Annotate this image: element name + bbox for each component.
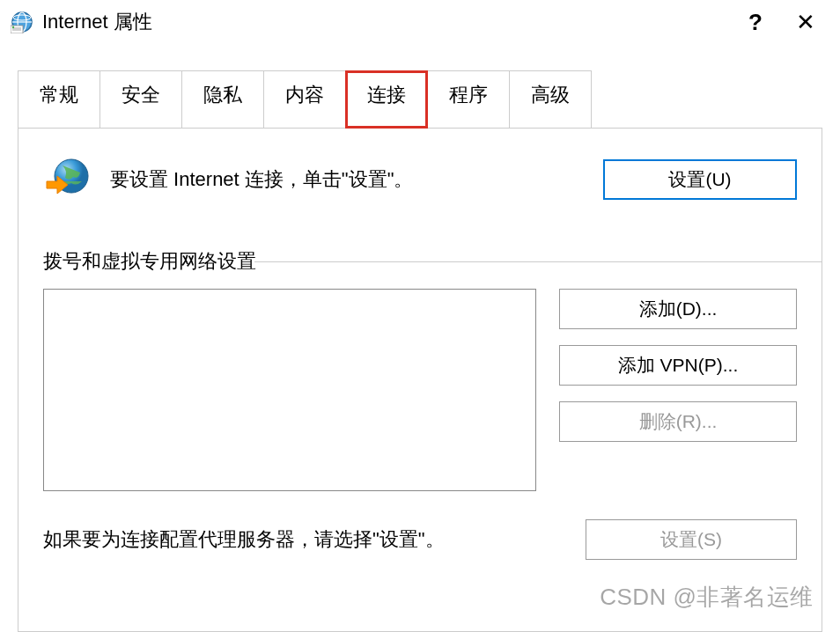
- remove-button: 删除(R)...: [559, 401, 797, 442]
- dialup-section-label: 拨号和虚拟专用网络设置: [43, 248, 797, 275]
- tab-panel-connections: 要设置 Internet 连接，单击"设置"。 设置(U) 拨号和虚拟专用网络设…: [18, 128, 822, 632]
- tabs: 常规 安全 隐私 内容 连接 程序 高级: [18, 70, 822, 129]
- globe-arrow-icon: [43, 155, 92, 204]
- tab-security[interactable]: 安全: [99, 70, 182, 129]
- tab-programs[interactable]: 程序: [427, 70, 510, 129]
- tab-advanced[interactable]: 高级: [509, 70, 592, 129]
- setup-button[interactable]: 设置(U): [603, 159, 797, 200]
- dialup-listbox[interactable]: [43, 289, 536, 491]
- add-vpn-button[interactable]: 添加 VPN(P)...: [559, 345, 797, 386]
- tab-general[interactable]: 常规: [18, 70, 100, 129]
- internet-options-icon: [11, 11, 33, 33]
- proxy-text: 如果要为连接配置代理服务器，请选择"设置"。: [43, 526, 445, 553]
- dialup-row: 添加(D)... 添加 VPN(P)... 删除(R)...: [43, 289, 797, 491]
- setup-left: 要设置 Internet 连接，单击"设置"。: [43, 155, 413, 204]
- titlebar: Internet 属性 ? ✕: [0, 0, 840, 44]
- proxy-settings-button: 设置(S): [586, 519, 797, 560]
- close-icon[interactable]: ✕: [796, 9, 815, 36]
- tab-content[interactable]: 内容: [263, 70, 346, 129]
- add-button[interactable]: 添加(D)...: [559, 289, 797, 329]
- tab-privacy[interactable]: 隐私: [181, 70, 264, 129]
- setup-text: 要设置 Internet 连接，单击"设置"。: [110, 166, 413, 193]
- tabs-container: 常规 安全 隐私 内容 连接 程序 高级: [0, 70, 840, 129]
- window-title: Internet 属性: [42, 9, 748, 35]
- setup-row: 要设置 Internet 连接，单击"设置"。 设置(U): [43, 155, 797, 204]
- proxy-row: 如果要为连接配置代理服务器，请选择"设置"。 设置(S): [43, 519, 797, 560]
- help-icon[interactable]: ?: [748, 9, 763, 36]
- svg-point-7: [12, 26, 14, 28]
- tab-connections[interactable]: 连接: [345, 70, 428, 129]
- dialup-buttons: 添加(D)... 添加 VPN(P)... 删除(R)...: [559, 289, 797, 442]
- dialog-window: Internet 属性 ? ✕ 常规 安全 隐私 内容 连接 程序 高级: [0, 0, 840, 632]
- titlebar-controls: ? ✕: [748, 9, 829, 36]
